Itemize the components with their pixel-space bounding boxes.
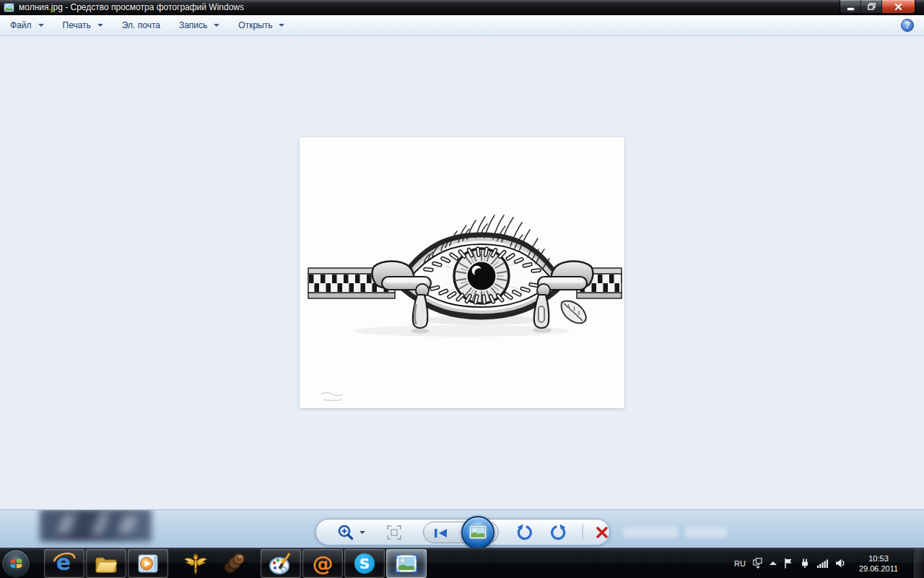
- toolbar-divider: [583, 525, 583, 540]
- language-indicator[interactable]: RU: [734, 559, 746, 568]
- taskbar-eagle-app[interactable]: [177, 549, 214, 578]
- menu-email[interactable]: Эл. почта: [122, 20, 160, 30]
- taskbar-paint-app[interactable]: [261, 549, 301, 578]
- photo-image: [300, 137, 624, 408]
- viewer-content: [0, 36, 924, 509]
- skype-icon: S: [353, 552, 376, 575]
- rotate-counterclockwise-icon: [515, 523, 533, 542]
- windows-logo-icon: [8, 556, 24, 571]
- system-tray: RU: [734, 548, 924, 578]
- golden-eagle-icon: [183, 552, 209, 575]
- chevron-down-icon: [97, 24, 103, 27]
- menu-burn-label: Запись: [179, 20, 207, 30]
- title-bar: молния.jpg - Средство просмотра фотограф…: [0, 0, 924, 15]
- minimize-icon: [847, 8, 854, 10]
- layout-windows-icon: [753, 558, 762, 566]
- help-button[interactable]: ?: [901, 19, 914, 32]
- spiral-shell-icon: [222, 552, 247, 574]
- at-sign-icon: @: [310, 551, 335, 576]
- close-icon: [894, 3, 902, 11]
- photo-viewer-icon: [395, 553, 418, 574]
- taskbar-media-player[interactable]: [128, 549, 168, 578]
- zipper-eye-drawing: [300, 137, 624, 408]
- svg-text:e: e: [56, 551, 71, 575]
- window-controls: [840, 0, 915, 14]
- menu-bar: Файл Печать Эл. почта Запись Открыть ?: [0, 15, 924, 36]
- menu-burn[interactable]: Запись: [179, 20, 219, 30]
- show-desktop-button[interactable]: [914, 548, 924, 578]
- taskbar-clock[interactable]: 10:53 29.06.2011: [853, 553, 904, 574]
- navigation-group: [423, 522, 499, 543]
- svg-text:@: @: [313, 551, 334, 576]
- svg-text:S: S: [359, 555, 370, 572]
- minimize-button[interactable]: [840, 0, 861, 13]
- background-blur-button: [622, 526, 679, 538]
- chevron-down-icon: [756, 566, 760, 569]
- restore-icon: [868, 3, 876, 10]
- taskbar-mailru-agent[interactable]: @: [302, 549, 343, 578]
- network-signal-icon[interactable]: [817, 558, 828, 568]
- volume-icon[interactable]: [835, 558, 846, 568]
- taskbar-skype[interactable]: S: [344, 549, 385, 578]
- actual-size-button[interactable]: [387, 525, 401, 540]
- taskbar-shell-app[interactable]: [216, 549, 253, 578]
- magnifier-plus-icon: [336, 523, 355, 542]
- taskbar-windows-explorer[interactable]: [86, 549, 126, 578]
- menu-email-label: Эл. почта: [122, 20, 160, 30]
- background-blur-button: [684, 526, 728, 538]
- actual-size-icon: [387, 525, 401, 540]
- folder-icon: [94, 551, 118, 576]
- slideshow-icon: [469, 525, 487, 539]
- taskbar-photo-viewer[interactable]: [386, 549, 427, 578]
- window-title: молния.jpg - Средство просмотра фотограф…: [19, 2, 244, 12]
- background-blur-artifact: [40, 509, 152, 542]
- action-center-flag-icon[interactable]: [784, 558, 793, 569]
- taskbar: e: [0, 548, 924, 578]
- layout-switcher[interactable]: [753, 558, 762, 569]
- viewer-toolbar: [315, 519, 610, 545]
- chevron-down-icon: [214, 24, 219, 27]
- chevron-down-icon: [359, 531, 365, 534]
- menu-file[interactable]: Файл: [10, 20, 44, 30]
- tray-date: 29.06.2011: [853, 564, 904, 574]
- paint-palette-icon: [269, 552, 293, 575]
- taskbar-internet-explorer[interactable]: e: [44, 549, 84, 578]
- power-plug-icon[interactable]: [800, 558, 810, 569]
- internet-explorer-icon: e: [51, 551, 77, 576]
- menu-open[interactable]: Открыть: [238, 20, 284, 30]
- delete-x-icon: [595, 525, 609, 540]
- menu-file-label: Файл: [10, 20, 32, 30]
- close-button[interactable]: [882, 0, 915, 13]
- photo-viewer-app-icon: [4, 3, 14, 12]
- show-hidden-icons-button[interactable]: [770, 561, 777, 565]
- menu-print[interactable]: Печать: [63, 20, 103, 30]
- restore-button[interactable]: [861, 0, 882, 13]
- delete-button[interactable]: [595, 525, 609, 540]
- start-button[interactable]: [1, 549, 30, 578]
- slideshow-button[interactable]: [461, 516, 494, 548]
- tray-time: 10:53: [853, 553, 904, 564]
- chevron-down-icon: [279, 24, 284, 27]
- toolbar-band: [0, 509, 924, 548]
- previous-icon: [433, 527, 449, 539]
- rotate-counterclockwise-button[interactable]: [515, 523, 533, 542]
- menu-open-label: Открыть: [238, 20, 272, 30]
- chevron-down-icon: [38, 24, 44, 27]
- media-player-icon: [136, 552, 160, 575]
- menu-print-label: Печать: [63, 20, 91, 30]
- rotate-clockwise-icon: [549, 523, 568, 542]
- previous-button[interactable]: [433, 527, 449, 542]
- help-icon: ?: [905, 20, 910, 30]
- zoom-button[interactable]: [336, 523, 365, 542]
- rotate-clockwise-button[interactable]: [549, 523, 568, 542]
